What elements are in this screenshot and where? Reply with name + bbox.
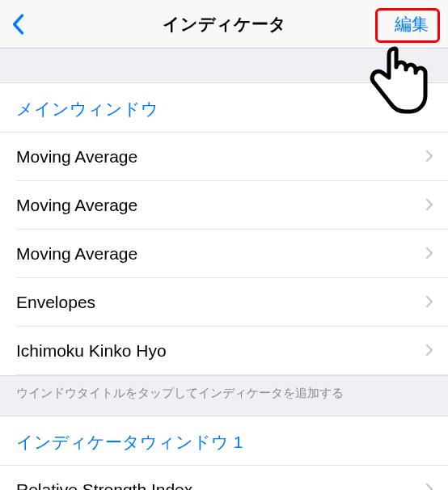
list-item-label: Moving Average	[16, 147, 137, 167]
chevron-right-icon	[425, 480, 433, 490]
list-item[interactable]: Relative Strength Index	[0, 466, 448, 490]
list-item[interactable]: Moving Average	[0, 230, 448, 278]
list-item-label: Moving Average	[16, 244, 137, 264]
chevron-left-icon	[11, 14, 24, 35]
chevron-right-icon	[425, 293, 433, 312]
list-item[interactable]: Moving Average	[0, 133, 448, 181]
indicator-window-1-header[interactable]: インディケータウィンドウ 1	[0, 416, 448, 466]
chevron-right-icon	[425, 196, 433, 215]
list-item[interactable]: Moving Average	[0, 181, 448, 230]
list-item[interactable]: Ichimoku Kinko Hyo	[0, 327, 448, 375]
list-item-label: Envelopes	[16, 293, 95, 312]
section-spacer	[0, 49, 448, 83]
back-button[interactable]	[11, 8, 36, 40]
chevron-right-icon	[425, 147, 433, 167]
navbar: インディケータ 編集	[0, 0, 448, 49]
edit-button[interactable]: 編集	[387, 10, 437, 39]
list-item[interactable]: Envelopes	[0, 278, 448, 327]
main-window-section-header[interactable]: メインウィンドウ	[0, 83, 448, 133]
list-item-label: Relative Strength Index	[16, 480, 192, 490]
chevron-right-icon	[425, 341, 433, 361]
list-item-label: Ichimoku Kinko Hyo	[16, 341, 167, 361]
section-footer-note: ウインドウタイトルをタップしてインディケータを追加する	[0, 375, 448, 416]
list-item-label: Moving Average	[16, 196, 137, 215]
page-title: インディケータ	[163, 13, 286, 36]
chevron-right-icon	[425, 244, 433, 264]
